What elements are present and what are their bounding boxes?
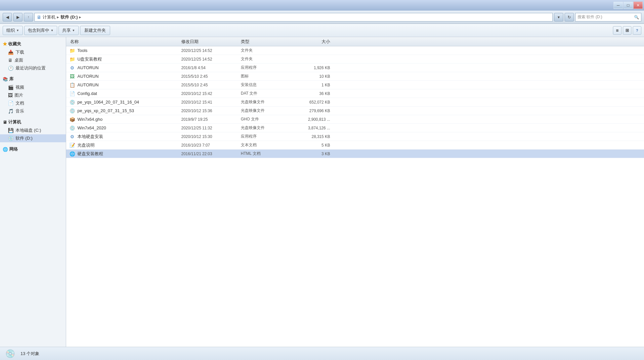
file-icon-8: 📦: [69, 116, 75, 123]
back-button[interactable]: ◀: [3, 13, 12, 22]
minimize-button[interactable]: ─: [614, 2, 623, 9]
toolbar: 组织 ▼ 包含到库中 ▼ 共享 ▼ 新建文件夹 ≡ ⊞ ?: [0, 24, 644, 37]
file-date-5: 2020/10/12 15:42: [181, 91, 241, 96]
close-button[interactable]: ✕: [633, 2, 643, 9]
sidebar-item-document[interactable]: 📄 文档: [0, 99, 66, 107]
address-dropdown[interactable]: ▾: [554, 13, 563, 22]
refresh-button[interactable]: ↻: [565, 13, 574, 22]
organize-button[interactable]: 组织 ▼: [3, 26, 23, 35]
file-icon-3: 🖼: [69, 73, 75, 80]
table-row[interactable]: ⚙ 本地硬盘安装 2020/10/12 15:30 应用程序 28,315 KB: [66, 132, 644, 141]
path-separator-1: ▸: [57, 15, 59, 20]
col-size-header[interactable]: 大小: [290, 39, 330, 45]
file-type-6: 光盘映像文件: [241, 99, 290, 105]
sidebar-item-download[interactable]: 📥 下载: [0, 48, 66, 56]
file-date-3: 2015/5/10 2:45: [181, 74, 241, 79]
file-type-7: 光盘映像文件: [241, 108, 290, 113]
table-row[interactable]: 📦 Win7x64.gho 2019/9/7 19:25 GHO 文件 2,90…: [66, 115, 644, 124]
file-list: 📁 Tools 2020/12/25 14:52 文件夹 📁 U盘安装教程 20…: [66, 46, 644, 347]
help-button[interactable]: ?: [633, 26, 641, 35]
search-box[interactable]: 搜索 软件 (D:) 🔍: [575, 13, 641, 22]
network-header[interactable]: 🌐 网络: [0, 145, 66, 154]
table-row[interactable]: 📋 AUTORUN 2015/5/10 2:45 安装信息 1 KB: [66, 81, 644, 89]
file-icon-2: ⚙: [69, 65, 75, 71]
column-headers: 名称 修改日期 类型 大小: [66, 37, 644, 46]
file-type-11: 文本文档: [241, 142, 290, 148]
star-icon: ★: [3, 41, 7, 47]
file-name-12: 硬盘安装教程: [77, 151, 181, 157]
library-arrow: ▼: [51, 29, 54, 32]
file-icon-7: 💿: [69, 108, 75, 114]
table-row[interactable]: 💿 pe_yqs_xp_20_07_31_15_53 2020/10/12 15…: [66, 107, 644, 115]
col-date-header[interactable]: 修改日期: [181, 39, 241, 45]
table-row[interactable]: 📝 光盘说明 2016/10/23 7:07 文本文档 5 KB: [66, 141, 644, 150]
share-button[interactable]: 共享 ▼: [59, 26, 79, 35]
file-icon-4: 📋: [69, 82, 75, 88]
file-size-11: 5 KB: [290, 143, 330, 148]
file-size-3: 10 KB: [290, 74, 330, 79]
search-placeholder: 搜索 软件 (D:): [578, 14, 602, 20]
library-header[interactable]: 📚 库: [0, 75, 66, 83]
sidebar-item-video[interactable]: 🎬 视频: [0, 83, 66, 91]
title-bar: ─ □ ✕: [0, 0, 644, 11]
col-name-header[interactable]: 名称: [69, 39, 181, 45]
network-icon: 🌐: [3, 147, 8, 152]
forward-button[interactable]: ▶: [13, 13, 22, 22]
file-icon-6: 💿: [69, 99, 75, 106]
sidebar-item-picture[interactable]: 🖼 图片: [0, 91, 66, 99]
table-row[interactable]: 🌐 硬盘安装教程 2016/11/21 22:03 HTML 文档 3 KB: [66, 150, 644, 158]
table-row[interactable]: 🖼 AUTORUN 2015/5/10 2:45 图标 10 KB: [66, 72, 644, 81]
file-list-inner: 📁 Tools 2020/12/25 14:52 文件夹 📁 U盘安装教程 20…: [66, 46, 644, 347]
sidebar: ★ 收藏夹 📥 下载 🖥 桌面 🕐 最近访问的位置 📚 库 🎬: [0, 37, 66, 347]
file-name-4: AUTORUN: [77, 82, 181, 87]
computer-header[interactable]: 🖥 计算机: [0, 118, 66, 126]
table-row[interactable]: 📁 Tools 2020/12/25 14:52 文件夹: [66, 46, 644, 55]
file-size-6: 652,072 KB: [290, 100, 330, 105]
search-icon: 🔍: [634, 15, 639, 20]
file-size-8: 2,900,813 ...: [290, 117, 330, 122]
table-row[interactable]: ⚙ AUTORUN 2016/1/8 4:54 应用程序 1,926 KB: [66, 64, 644, 72]
address-path[interactable]: 🖥 计算机 ▸ 软件 (D:) ▸: [34, 13, 553, 22]
download-icon: 📥: [8, 50, 14, 55]
sidebar-item-recent[interactable]: 🕐 最近访问的位置: [0, 64, 66, 72]
file-name-6: pe_yqs_1064_20_07_31_16_04: [77, 100, 181, 105]
file-icon-9: 💿: [69, 125, 75, 131]
table-row[interactable]: 📄 Config.dat 2020/10/12 15:42 DAT 文件 36 …: [66, 89, 644, 98]
music-icon: 🎵: [8, 109, 14, 114]
status-icon: 💿: [5, 349, 15, 358]
sidebar-item-music[interactable]: 🎵 音乐: [0, 107, 66, 115]
file-icon-0: 📁: [69, 47, 75, 54]
path-computer[interactable]: 计算机: [43, 14, 56, 20]
new-folder-button[interactable]: 新建文件夹: [80, 26, 110, 35]
file-name-0: Tools: [77, 48, 181, 53]
main-area: ★ 收藏夹 📥 下载 🖥 桌面 🕐 最近访问的位置 📚 库 🎬: [0, 37, 644, 347]
file-name-10: 本地硬盘安装: [77, 134, 181, 140]
sidebar-item-c-drive[interactable]: 💾 本地磁盘 (C:): [0, 126, 66, 134]
up-button[interactable]: ↑: [24, 13, 33, 22]
favorites-header[interactable]: ★ 收藏夹: [0, 40, 66, 48]
path-drive[interactable]: 软件 (D:): [61, 14, 78, 20]
file-size-7: 279,696 KB: [290, 109, 330, 113]
table-row[interactable]: 📁 U盘安装教程 2020/12/25 14:52 文件夹: [66, 55, 644, 64]
table-row[interactable]: 💿 Win7x64_2020 2020/12/25 11:32 光盘映像文件 3…: [66, 124, 644, 132]
file-date-6: 2020/10/12 15:41: [181, 100, 241, 105]
table-row[interactable]: 💿 pe_yqs_1064_20_07_31_16_04 2020/10/12 …: [66, 98, 644, 107]
file-icon-10: ⚙: [69, 133, 75, 140]
library-button[interactable]: 包含到库中 ▼: [24, 26, 57, 35]
toolbar-right: ≡ ⊞ ?: [613, 26, 641, 35]
file-type-12: HTML 文档: [241, 151, 290, 157]
view-button[interactable]: ≡: [613, 26, 622, 35]
maximize-button[interactable]: □: [623, 2, 633, 9]
sidebar-item-desktop[interactable]: 🖥 桌面: [0, 56, 66, 64]
desktop-icon: 🖥: [8, 58, 13, 63]
file-size-10: 28,315 KB: [290, 134, 330, 139]
file-type-2: 应用程序: [241, 65, 290, 70]
status-text: 13 个对象: [21, 351, 39, 357]
file-date-4: 2015/5/10 2:45: [181, 83, 241, 87]
sidebar-item-d-drive[interactable]: 💿 软件 (D:): [0, 134, 66, 142]
file-name-5: Config.dat: [77, 91, 181, 96]
file-size-12: 3 KB: [290, 152, 330, 156]
file-name-1: U盘安装教程: [77, 56, 181, 62]
col-type-header[interactable]: 类型: [241, 39, 290, 45]
view-mode-button[interactable]: ⊞: [623, 26, 631, 35]
